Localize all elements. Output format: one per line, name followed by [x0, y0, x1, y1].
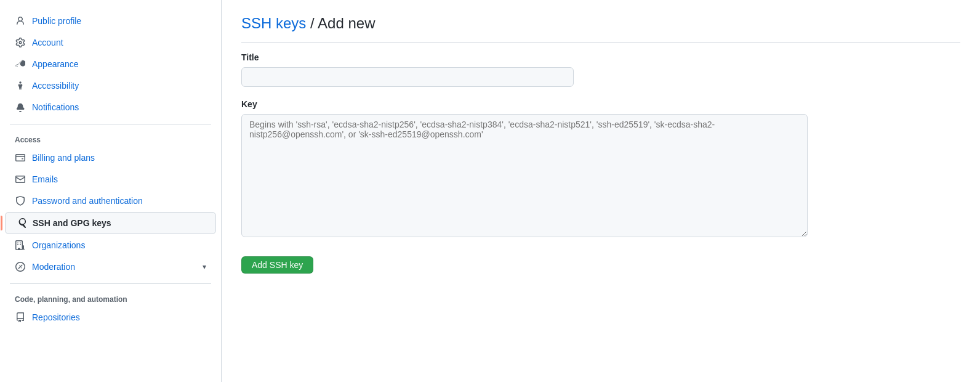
sidebar-divider-2	[10, 283, 211, 284]
key-form-group: Key	[241, 99, 960, 239]
sidebar-item-public-profile[interactable]: Public profile	[5, 10, 216, 31]
key-textarea[interactable]	[241, 114, 808, 237]
sidebar-item-repositories[interactable]: Repositories	[5, 307, 216, 328]
sidebar-item-accessibility[interactable]: Accessibility	[5, 75, 216, 96]
person-icon	[15, 15, 26, 26]
sidebar-label-ssh-gpg: SSH and GPG keys	[33, 218, 111, 228]
sidebar-label-public-profile: Public profile	[32, 16, 81, 26]
sidebar-label-password-auth: Password and authentication	[32, 196, 143, 206]
sidebar-item-account[interactable]: Account	[5, 32, 216, 53]
sidebar-section-code: Code, planning, and automation	[0, 290, 221, 306]
sidebar-label-account: Account	[32, 38, 63, 47]
sidebar-label-notifications: Notifications	[32, 102, 79, 112]
sidebar-item-appearance[interactable]: Appearance	[5, 54, 216, 75]
repo-icon	[15, 312, 26, 323]
sidebar-item-billing[interactable]: Billing and plans	[5, 147, 216, 168]
sidebar-label-organizations: Organizations	[32, 240, 85, 250]
breadcrumb-current: Add new	[318, 15, 375, 31]
chevron-down-icon: ▾	[203, 262, 206, 271]
sidebar-section-access: Access	[0, 131, 221, 147]
sidebar-label-accessibility: Accessibility	[32, 81, 79, 91]
shield-icon	[15, 195, 26, 206]
accessibility-icon	[15, 80, 26, 91]
page-title: SSH keys / Add new	[241, 15, 960, 32]
gear-icon	[15, 37, 26, 48]
sidebar-item-password-auth[interactable]: Password and authentication	[5, 190, 216, 211]
moderation-icon	[15, 261, 26, 272]
add-ssh-key-button[interactable]: Add SSH key	[241, 256, 313, 274]
sidebar: Public profile Account Appearance Access…	[0, 0, 222, 382]
paintbrush-icon	[15, 59, 26, 70]
sidebar-label-moderation: Moderation	[32, 262, 75, 272]
title-label: Title	[241, 52, 960, 62]
breadcrumb-separator: /	[306, 15, 318, 31]
page-header: SSH keys / Add new	[241, 15, 960, 43]
key-icon	[15, 217, 26, 229]
mail-icon	[15, 174, 26, 185]
sidebar-label-emails: Emails	[32, 174, 58, 184]
sidebar-label-repositories: Repositories	[32, 312, 80, 322]
credit-card-icon	[15, 152, 26, 163]
sidebar-divider-1	[10, 124, 211, 124]
sidebar-item-notifications[interactable]: Notifications	[5, 97, 216, 118]
title-form-group: Title	[241, 52, 960, 87]
sidebar-item-organizations[interactable]: Organizations	[5, 235, 216, 256]
main-content: SSH keys / Add new Title Key Add SSH key	[222, 0, 980, 382]
title-input[interactable]	[241, 67, 574, 87]
bell-icon	[15, 102, 26, 113]
sidebar-label-appearance: Appearance	[32, 59, 79, 69]
organizations-icon	[15, 240, 26, 251]
breadcrumb-link[interactable]: SSH keys	[241, 15, 306, 31]
key-label: Key	[241, 99, 960, 109]
sidebar-label-billing: Billing and plans	[32, 153, 95, 163]
sidebar-item-moderation[interactable]: Moderation ▾	[5, 256, 216, 277]
sidebar-item-ssh-gpg[interactable]: SSH and GPG keys	[5, 212, 216, 234]
sidebar-item-emails[interactable]: Emails	[5, 169, 216, 190]
